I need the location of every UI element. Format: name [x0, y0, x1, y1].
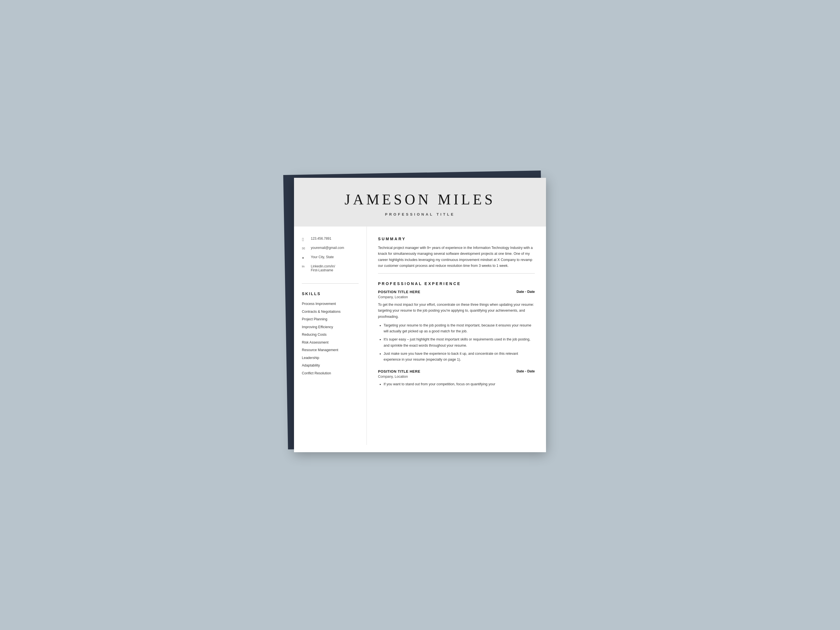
job-entry: POSITION TITLE HEREDate - DateCompany, L…: [378, 290, 535, 363]
location-value: Your City, State: [311, 255, 334, 259]
job-date: Date - Date: [516, 369, 535, 373]
linkedin-icon: in: [302, 265, 308, 268]
skill-item: Adaptability: [302, 363, 359, 368]
skills-section: SKILLS Process ImprovementContracts & Ne…: [302, 292, 359, 376]
location-icon: ●: [302, 255, 308, 260]
summary-section: SUMMARY Technical project manager with 9…: [378, 237, 535, 273]
job-bullet-item: It's super easy – just highlight the mos…: [384, 336, 535, 349]
resume-card: JAMESON MILES PROFESSIONAL TITLE ▯ 123.4…: [294, 178, 546, 452]
email-value: youremail@gmail.com: [311, 246, 344, 250]
sidebar: ▯ 123.456.7891 ✉ youremail@gmail.com ● Y…: [294, 227, 367, 445]
job-bullets: Targeting your resume to the job posting…: [378, 322, 535, 363]
skill-item: Improving Efficiency: [302, 325, 359, 330]
linkedin-contact-item: in Linkedin.com/in/ First-Lastname: [302, 264, 359, 272]
skill-item: Leadership: [302, 355, 359, 361]
job-company: Company, Location: [378, 375, 535, 379]
phone-contact-item: ▯ 123.456.7891: [302, 237, 359, 242]
summary-title: SUMMARY: [378, 237, 535, 241]
skills-title: SKILLS: [302, 292, 359, 296]
linkedin-value: Linkedin.com/in/ First-Lastname: [311, 264, 335, 272]
job-header: POSITION TITLE HEREDate - Date: [378, 290, 535, 294]
job-description: To get the most impact for your effort, …: [378, 302, 535, 320]
experience-title: PROFESSIONAL EXPERIENCE: [378, 281, 535, 286]
candidate-name: JAMESON MILES: [311, 191, 529, 208]
job-bullets: If you want to stand out from your compe…: [378, 381, 535, 387]
professional-title: PROFESSIONAL TITLE: [311, 212, 529, 216]
email-contact-item: ✉ youremail@gmail.com: [302, 246, 359, 251]
skill-item: Contracts & Negotiations: [302, 309, 359, 314]
skill-item: Resource Management: [302, 348, 359, 353]
job-company: Company, Location: [378, 295, 535, 299]
skill-item: Project Planning: [302, 317, 359, 322]
job-bullet-item: If you want to stand out from your compe…: [384, 381, 535, 387]
jobs-list: POSITION TITLE HEREDate - DateCompany, L…: [378, 290, 535, 387]
phone-icon: ▯: [302, 237, 308, 242]
summary-text: Technical project manager with 9+ years …: [378, 245, 535, 269]
resume-header: JAMESON MILES PROFESSIONAL TITLE: [294, 178, 546, 227]
phone-value: 123.456.7891: [311, 237, 331, 240]
main-content: SUMMARY Technical project manager with 9…: [367, 227, 546, 445]
skill-item: Reducing Costs: [302, 332, 359, 337]
job-title: POSITION TITLE HERE: [378, 290, 420, 294]
skill-item: Conflict Resolution: [302, 371, 359, 376]
skill-item: Process Improvement: [302, 302, 359, 306]
skill-item: Risk Assessment: [302, 340, 359, 345]
location-contact-item: ● Your City, State: [302, 255, 359, 260]
skills-list: Process ImprovementContracts & Negotiati…: [302, 302, 359, 376]
experience-section: PROFESSIONAL EXPERIENCE POSITION TITLE H…: [378, 281, 535, 387]
job-date: Date - Date: [516, 290, 535, 294]
job-header: POSITION TITLE HEREDate - Date: [378, 369, 535, 374]
job-title: POSITION TITLE HERE: [378, 369, 420, 374]
job-bullet-item: Just make sure you have the experience t…: [384, 351, 535, 363]
resume-body: ▯ 123.456.7891 ✉ youremail@gmail.com ● Y…: [294, 227, 546, 445]
job-bullet-item: Targeting your resume to the job posting…: [384, 322, 535, 335]
page-wrapper: JAMESON MILES PROFESSIONAL TITLE ▯ 123.4…: [294, 178, 546, 452]
contact-section: ▯ 123.456.7891 ✉ youremail@gmail.com ● Y…: [302, 237, 359, 284]
email-icon: ✉: [302, 246, 308, 251]
job-entry: POSITION TITLE HEREDate - DateCompany, L…: [378, 369, 535, 387]
